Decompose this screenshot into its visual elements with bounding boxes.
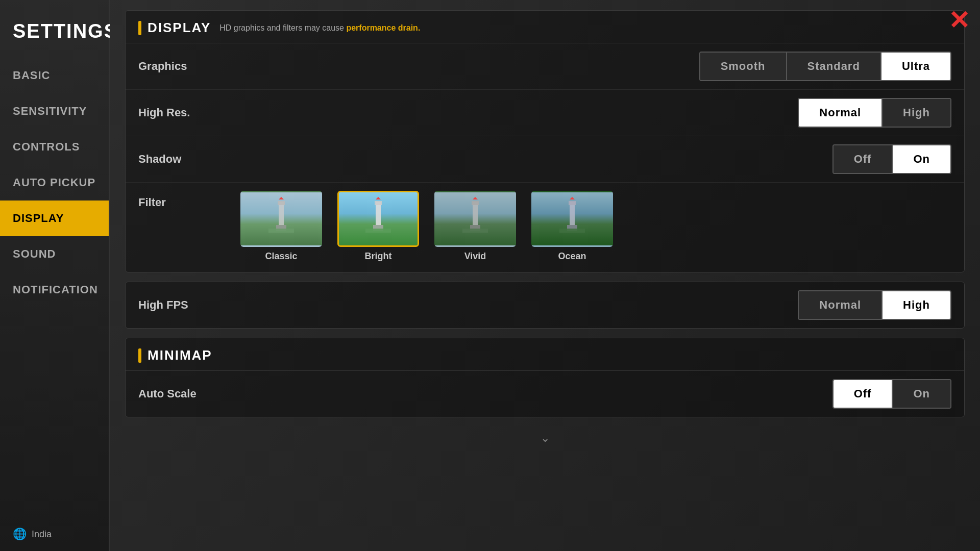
filter-row: Filter: [126, 183, 964, 272]
high-res-row: High Res. Normal High: [126, 90, 964, 136]
shadow-label: Shadow: [138, 153, 832, 166]
high-res-label: High Res.: [138, 106, 798, 119]
graphics-smooth-button[interactable]: Smooth: [700, 53, 786, 80]
graphics-standard-button[interactable]: Standard: [786, 53, 880, 80]
filter-ocean-thumb: [531, 191, 613, 247]
filter-vivid-name: Vivid: [464, 251, 486, 262]
filter-bright-thumb: [337, 191, 419, 247]
high-fps-btn-group: Normal High: [798, 290, 951, 320]
svg-rect-14: [462, 229, 488, 233]
auto-scale-row: Auto Scale Off On: [126, 371, 964, 417]
graphics-btn-group: Smooth Standard Ultra: [699, 52, 951, 81]
filter-vivid-thumb: [434, 191, 516, 247]
sidebar-item-sensitivity[interactable]: SENSITIVITY: [0, 93, 109, 129]
filter-options: Classic: [240, 191, 613, 262]
fps-high-button[interactable]: High: [881, 291, 950, 319]
svg-rect-1: [278, 201, 285, 205]
display-section-header: DISPLAY HD graphics and filters may caus…: [126, 11, 964, 43]
auto-scale-off-button[interactable]: Off: [834, 380, 892, 408]
filter-bright[interactable]: Bright: [337, 191, 419, 262]
sidebar-item-display[interactable]: DISPLAY: [0, 201, 109, 236]
fps-normal-button[interactable]: Normal: [799, 291, 881, 319]
sidebar: SETTINGS BASIC SENSITIVITY CONTROLS AUTO…: [0, 0, 110, 551]
high-fps-label: High FPS: [138, 298, 798, 312]
sidebar-item-auto-pickup[interactable]: AUTO PICKUP: [0, 165, 109, 201]
minimap-section: MINIMAP Auto Scale Off On: [125, 338, 965, 417]
section-indicator: [138, 21, 141, 35]
svg-marker-12: [473, 197, 478, 199]
auto-scale-label: Auto Scale: [138, 387, 832, 400]
svg-rect-16: [569, 201, 576, 205]
high-fps-row: High FPS Normal High: [126, 282, 964, 328]
svg-rect-6: [375, 201, 382, 205]
sidebar-item-basic[interactable]: BASIC: [0, 58, 109, 93]
region-label: India: [32, 529, 52, 540]
graphics-ultra-button[interactable]: Ultra: [880, 53, 950, 80]
svg-rect-15: [570, 202, 575, 225]
svg-rect-0: [279, 202, 284, 225]
scroll-indicator: ⌄: [125, 427, 965, 450]
sidebar-item-notification[interactable]: NOTIFICATION: [0, 272, 109, 308]
filter-classic-thumb: [240, 191, 322, 247]
lighthouse-vivid-icon: [462, 197, 488, 233]
filter-classic[interactable]: Classic: [240, 191, 322, 262]
lighthouse-bright-icon: [365, 197, 391, 233]
high-res-normal-button[interactable]: Normal: [799, 99, 881, 127]
shadow-row: Shadow Off On: [126, 136, 964, 183]
minimap-section-indicator: [138, 348, 141, 363]
shadow-on-button[interactable]: On: [892, 145, 950, 173]
svg-rect-5: [376, 202, 381, 225]
main-content: DISPLAY HD graphics and filters may caus…: [110, 0, 980, 551]
minimap-section-title: MINIMAP: [148, 347, 212, 363]
graphics-label: Graphics: [138, 60, 699, 73]
svg-marker-2: [279, 197, 284, 199]
high-res-high-button[interactable]: High: [881, 99, 950, 127]
close-button[interactable]: ✕: [948, 8, 970, 33]
lighthouse-classic-icon: [268, 197, 294, 233]
filter-bright-name: Bright: [365, 251, 392, 262]
display-section-subtitle: HD graphics and filters may cause perfor…: [219, 23, 420, 33]
svg-rect-19: [559, 229, 585, 233]
fps-section: High FPS Normal High: [125, 282, 965, 329]
globe-icon: 🌐: [13, 528, 27, 541]
shadow-off-button[interactable]: Off: [834, 145, 892, 173]
filter-label: Filter: [138, 191, 200, 209]
auto-scale-btn-group: Off On: [832, 379, 951, 409]
svg-rect-4: [268, 229, 294, 233]
filter-classic-name: Classic: [265, 251, 297, 262]
region-selector[interactable]: 🌐 India: [0, 517, 109, 551]
svg-marker-7: [376, 197, 381, 199]
filter-ocean[interactable]: Ocean: [531, 191, 613, 262]
svg-rect-9: [365, 229, 391, 233]
filter-ocean-name: Ocean: [558, 251, 586, 262]
display-section-title: DISPLAY: [148, 20, 211, 36]
high-res-btn-group: Normal High: [798, 98, 951, 128]
svg-marker-17: [570, 197, 575, 199]
svg-rect-10: [473, 202, 478, 225]
auto-scale-on-button[interactable]: On: [892, 380, 950, 408]
svg-rect-11: [472, 201, 479, 205]
chevron-down-icon: ⌄: [541, 432, 550, 445]
app-title: SETTINGS: [0, 10, 109, 58]
sidebar-item-sound[interactable]: SOUND: [0, 236, 109, 272]
filter-vivid[interactable]: Vivid: [434, 191, 516, 262]
lighthouse-ocean-icon: [559, 197, 585, 233]
sidebar-item-controls[interactable]: CONTROLS: [0, 129, 109, 165]
graphics-row: Graphics Smooth Standard Ultra: [126, 43, 964, 90]
minimap-section-header: MINIMAP: [126, 338, 964, 371]
display-section: DISPLAY HD graphics and filters may caus…: [125, 10, 965, 272]
shadow-btn-group: Off On: [832, 144, 951, 174]
